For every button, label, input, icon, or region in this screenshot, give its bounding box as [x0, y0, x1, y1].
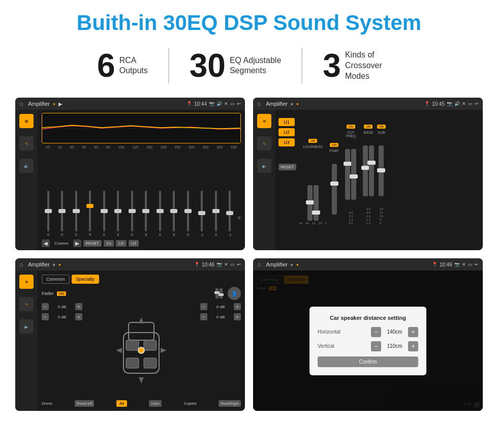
loudness-slider-2[interactable] — [314, 185, 319, 221]
user-btn[interactable]: User — [149, 400, 162, 407]
horizontal-minus-btn[interactable]: − — [371, 327, 381, 337]
eq-u3-btn[interactable]: U3 — [129, 240, 139, 247]
cutfreq-sliders — [345, 139, 356, 210]
all-btn[interactable]: All — [116, 400, 127, 407]
eq-slider-3[interactable]: 0 — [70, 191, 83, 236]
eq-reset-btn[interactable]: RESET — [83, 240, 102, 247]
phat-on[interactable]: ON — [330, 143, 338, 147]
fader-filter-icon[interactable]: ≋ — [19, 275, 34, 289]
freq-50: 50 — [82, 145, 86, 149]
eq-slider-10[interactable]: 0 — [168, 191, 181, 236]
loudness-on[interactable]: ON — [308, 139, 317, 143]
slider-val-10: 0 — [173, 233, 175, 236]
cutfreq-on[interactable]: ON — [347, 125, 355, 129]
cutfreq-slider-2[interactable] — [351, 149, 356, 200]
slider-val-8: 0 — [145, 233, 147, 236]
minus-btn-2[interactable]: − — [42, 313, 49, 320]
dot-3b: ● — [58, 262, 61, 267]
plus-btn-2[interactable]: + — [75, 313, 82, 320]
rect-icon-3: ▭ — [230, 262, 235, 267]
amplifier-title-2: Amplifier — [266, 101, 288, 107]
eq-slider-8[interactable]: 0 — [140, 191, 153, 236]
eq-u1-btn[interactable]: U1 — [104, 240, 114, 247]
vertical-value: 110cm — [383, 343, 406, 349]
svg-marker-11 — [116, 348, 122, 353]
minus-btn-4[interactable]: − — [200, 313, 207, 320]
freq-250: 250 — [175, 145, 181, 149]
bass-slider-1[interactable] — [363, 145, 368, 196]
volume-icon-2: 🔊 — [454, 101, 460, 106]
amplifier-title-1: Amplifier — [28, 101, 50, 107]
eq-slider-13[interactable]: 0 — [209, 191, 223, 236]
home-icon-3: ⌂ — [19, 261, 23, 268]
loudness-slider-1[interactable] — [307, 185, 313, 221]
eq-slider-2[interactable]: 0 — [56, 191, 69, 236]
x-icon-1: ✕ — [224, 101, 228, 106]
amp-main: U1 U2 U3 RESET ON LOUDNESS — [275, 110, 483, 250]
fader-wave-icon[interactable]: ∿ — [19, 297, 34, 311]
minus-btn-3[interactable]: − — [200, 303, 207, 310]
eq-next-btn[interactable]: ▶ — [73, 240, 81, 247]
minus-btn-1[interactable]: − — [42, 303, 49, 310]
stat-number-rca: 6 — [97, 49, 115, 82]
eq-slider-1[interactable]: 0 — [42, 191, 55, 236]
u2-btn[interactable]: U2 — [278, 128, 295, 136]
u1-btn[interactable]: U1 — [278, 118, 295, 126]
eq-sidebar: ≋ ∿ 🔈 — [15, 110, 38, 250]
amp-filter-icon[interactable]: ≋ — [257, 114, 271, 128]
horizontal-row: Horizontal − 140cm + — [318, 327, 418, 337]
sub-slider[interactable] — [379, 145, 384, 196]
bass-on[interactable]: ON — [364, 125, 372, 129]
db-value-3: 0 dB — [209, 305, 232, 309]
eq-slider-9[interactable]: 0 — [153, 191, 167, 236]
eq-prev-btn[interactable]: ◀ — [42, 240, 50, 247]
dialog-screen-content: Common Specialty Fader ON 0 dB + — [253, 271, 483, 411]
eq-speaker-icon[interactable]: 🔈 — [19, 159, 34, 173]
eq-slider-7[interactable]: 0 — [126, 191, 139, 236]
freq-32: 32 — [58, 145, 62, 149]
vertical-minus-btn[interactable]: − — [371, 341, 381, 351]
amp-wave-icon[interactable]: ∿ — [257, 136, 271, 151]
sub-on[interactable]: ON — [377, 125, 386, 129]
svg-marker-9 — [139, 317, 144, 323]
amp-sidebar: ≋ ∿ 🔈 — [253, 110, 275, 250]
confirm-btn[interactable]: Confirm — [318, 356, 418, 367]
freq-630: 630 — [231, 145, 237, 149]
eq-u2-btn[interactable]: U2 — [116, 240, 126, 247]
plus-btn-3[interactable]: + — [234, 303, 241, 310]
amp-presets-col: U1 U2 U3 RESET — [278, 118, 296, 170]
eq-slider-5[interactable]: 0 — [98, 191, 111, 236]
fader-on-badge[interactable]: ON — [57, 291, 67, 296]
location-icon-2: 📍 — [424, 101, 430, 106]
status-icons-1: 📍 10:44 📷 🔊 ✕ ▭ ↩ — [186, 101, 241, 107]
rearleft-btn[interactable]: RearLeft — [75, 400, 95, 407]
status-icons-2: 📍 10:45 📷 🔊 ✕ ▭ ↩ — [424, 101, 479, 107]
eq-wave-icon[interactable]: ∿ — [19, 136, 34, 151]
horizontal-plus-btn[interactable]: + — [408, 327, 418, 337]
u3-btn[interactable]: U3 — [278, 138, 295, 146]
eq-slider-6[interactable]: 0 — [112, 191, 125, 236]
eq-filter-icon[interactable]: ≋ — [19, 114, 34, 128]
fader-db-2: − 0 dB + — [42, 313, 82, 320]
amp-speaker-icon[interactable]: 🔈 — [257, 159, 271, 173]
fader-user-icon[interactable]: 👤 — [228, 287, 241, 300]
reset-btn-2[interactable]: RESET — [278, 164, 296, 170]
db-value-4: 0 dB — [209, 315, 232, 319]
plus-btn-4[interactable]: + — [234, 313, 241, 320]
eq-slider-11[interactable]: 0 — [181, 191, 195, 236]
slider-val-2: 0 — [61, 233, 63, 236]
vertical-plus-btn[interactable]: + — [408, 341, 418, 351]
svg-rect-5 — [144, 340, 157, 350]
fader-header: Fader ON 👤 — [42, 287, 241, 300]
bass-slider-2[interactable] — [369, 145, 374, 196]
rearright-btn[interactable]: RearRight — [219, 400, 241, 407]
tab-common[interactable]: Common — [42, 275, 70, 284]
car-svg — [111, 312, 172, 389]
plus-btn-1[interactable]: + — [75, 303, 82, 310]
eq-slider-12[interactable]: -1 — [196, 191, 209, 236]
eq-slider-4[interactable]: 5 — [84, 191, 97, 236]
fader-speaker-icon[interactable]: 🔈 — [19, 319, 34, 334]
phat-slider[interactable] — [332, 164, 337, 215]
eq-slider-14[interactable]: -1 — [224, 191, 237, 236]
tab-specialty[interactable]: Specialty — [72, 275, 100, 284]
